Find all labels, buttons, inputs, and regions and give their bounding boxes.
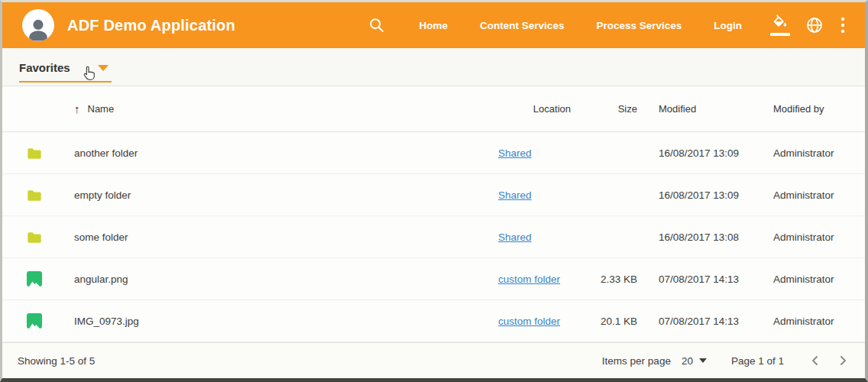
column-header-modified-by[interactable]: Modified by <box>773 103 847 115</box>
format-color-fill-icon <box>772 15 789 31</box>
nav-process-services[interactable]: Process Services <box>580 20 698 31</box>
table-row[interactable]: empty folder Shared 16/08/2017 13:09 Adm… <box>2 174 865 216</box>
app-header: ADF Demo Application Home Content Servic… <box>2 2 865 48</box>
dropdown-caret-icon <box>699 358 707 363</box>
chevron-left-icon <box>810 355 821 366</box>
nav-home[interactable]: Home <box>403 20 465 31</box>
column-header-location[interactable]: Location <box>498 103 571 115</box>
modified-date: 16/08/2017 13:09 <box>659 189 748 201</box>
next-page-button[interactable] <box>834 352 851 369</box>
app-window: ADF Demo Application Home Content Servic… <box>0 0 868 382</box>
tab-favorites[interactable]: Favorites <box>19 61 112 83</box>
nav-content-services[interactable]: Content Services <box>464 20 580 31</box>
person-icon <box>25 17 51 41</box>
kebab-menu-icon <box>840 16 845 34</box>
folder-icon <box>27 147 42 160</box>
file-size: 20.1 KB <box>571 316 637 327</box>
modified-by: Administrator <box>773 147 847 159</box>
file-name: empty folder <box>74 189 482 201</box>
modified-date: 07/08/2017 14:13 <box>659 316 748 327</box>
table-row[interactable]: some folder Shared 16/08/2017 13:08 Admi… <box>2 216 865 258</box>
theme-picker-button[interactable] <box>770 15 790 36</box>
table-row[interactable]: angular.png custom folder 2.33 KB 07/08/… <box>2 258 865 300</box>
documents-table: ↑ Name Location Size Modified Modified b… <box>2 86 865 378</box>
pagination-bar: Showing 1-5 of 5 Items per page 20 Page … <box>2 342 865 378</box>
file-name: IMG_0973.jpg <box>74 316 482 327</box>
location-link[interactable]: Shared <box>498 189 532 201</box>
modified-date: 16/08/2017 13:08 <box>659 231 748 243</box>
modified-date: 07/08/2017 14:13 <box>659 274 748 285</box>
location-link[interactable]: custom folder <box>498 274 560 285</box>
file-name: another folder <box>74 147 482 159</box>
location-link[interactable]: Shared <box>498 147 532 159</box>
location-link[interactable]: Shared <box>498 231 532 243</box>
page-indicator-label: Page 1 of 1 <box>731 355 784 367</box>
search-icon <box>368 17 385 34</box>
folder-icon <box>27 231 42 244</box>
items-per-page-label: Items per page <box>602 355 671 367</box>
color-bar <box>770 33 790 36</box>
previous-page-button[interactable] <box>807 352 824 369</box>
showing-count-label: Showing 1-5 of 5 <box>18 355 95 367</box>
column-header-name[interactable]: ↑ Name <box>74 102 482 115</box>
items-per-page-value: 20 <box>682 355 693 367</box>
column-header-modified[interactable]: Modified <box>659 103 748 115</box>
globe-icon <box>805 16 824 34</box>
chevron-right-icon <box>837 355 848 366</box>
modified-by: Administrator <box>773 274 847 285</box>
image-file-icon <box>27 313 42 329</box>
sort-ascending-icon: ↑ <box>74 102 80 115</box>
table-row[interactable]: another folder Shared 16/08/2017 13:09 A… <box>2 132 865 174</box>
more-options-button[interactable] <box>840 16 845 34</box>
location-link[interactable]: custom folder <box>498 316 560 327</box>
modified-date: 16/08/2017 13:09 <box>659 147 748 159</box>
modified-by: Administrator <box>773 231 847 243</box>
column-header-name-label: Name <box>88 103 115 115</box>
file-name: some folder <box>74 231 482 243</box>
search-button[interactable] <box>368 17 385 34</box>
modified-by: Administrator <box>773 189 847 201</box>
dropdown-caret-icon <box>98 65 108 71</box>
table-row[interactable]: IMG_0973.jpg custom folder 20.1 KB 07/08… <box>2 300 865 342</box>
view-tab-bar: Favorites <box>2 48 865 86</box>
avatar[interactable] <box>22 9 54 41</box>
file-size: 2.33 KB <box>571 274 637 285</box>
language-button[interactable] <box>805 16 824 34</box>
tab-favorites-label: Favorites <box>19 61 70 74</box>
items-per-page-select[interactable]: 20 <box>682 355 707 367</box>
modified-by: Administrator <box>773 316 847 327</box>
nav-login[interactable]: Login <box>698 20 758 31</box>
column-header-size[interactable]: Size <box>571 103 637 115</box>
folder-icon <box>27 189 42 202</box>
table-header-row: ↑ Name Location Size Modified Modified b… <box>2 86 865 132</box>
app-title: ADF Demo Application <box>67 17 235 34</box>
image-file-icon <box>27 271 42 286</box>
file-name: angular.png <box>74 274 482 285</box>
